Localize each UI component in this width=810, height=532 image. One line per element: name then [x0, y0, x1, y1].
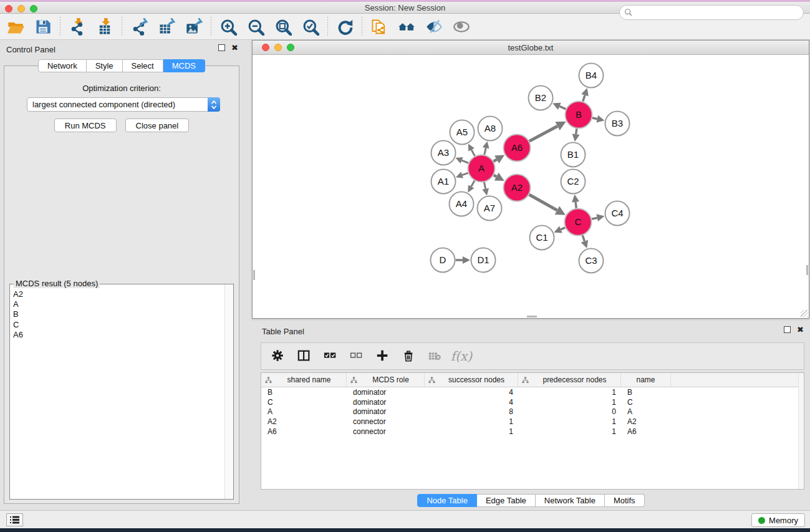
edge-A-A6[interactable]: [493, 155, 504, 163]
node-A3[interactable]: A3: [432, 141, 456, 165]
network-canvas[interactable]: B4B2BB3A8A5A6A3B1AA1C2A2A4A7C4CC1C3DD1: [253, 55, 808, 317]
node-B4[interactable]: B4: [579, 64, 604, 88]
table-cell[interactable]: 1: [518, 417, 621, 426]
edge-B-B1[interactable]: [572, 128, 580, 142]
table-cell[interactable]: 0: [518, 407, 621, 416]
node-C3[interactable]: C3: [579, 249, 604, 273]
add-button[interactable]: [375, 348, 391, 364]
table-row[interactable]: A6connector11A6: [261, 427, 798, 437]
show-eye-button[interactable]: [450, 16, 473, 37]
table-scrollbar[interactable]: [798, 373, 804, 489]
edge-A-A1[interactable]: [456, 172, 468, 178]
node-A8[interactable]: A8: [478, 117, 503, 141]
run-mcds-button[interactable]: Run MCDS: [54, 118, 117, 132]
table-cell[interactable]: connector: [347, 427, 425, 436]
export-network-button[interactable]: [127, 16, 151, 37]
result-list-item[interactable]: A: [11, 299, 224, 309]
trash-button[interactable]: [401, 348, 417, 364]
close-table-panel-icon[interactable]: ✖: [797, 326, 804, 333]
session-document-button[interactable]: [367, 16, 391, 37]
node-C2[interactable]: C2: [561, 170, 586, 194]
table-cell[interactable]: B: [261, 388, 347, 397]
refresh-button[interactable]: [333, 16, 357, 37]
import-network-button[interactable]: [65, 16, 89, 37]
resize-grip-icon[interactable]: [801, 310, 808, 317]
table-cell[interactable]: C: [621, 398, 671, 407]
result-list-item[interactable]: A2: [11, 289, 224, 299]
function-builder-button[interactable]: f(x): [453, 348, 470, 364]
node-C[interactable]: C: [565, 209, 592, 236]
table-cell[interactable]: 1: [425, 417, 518, 426]
table-cell[interactable]: 1: [518, 427, 621, 436]
float-table-panel-icon[interactable]: [784, 326, 791, 333]
network-window-titlebar[interactable]: testGlobe.txt: [253, 41, 809, 55]
table-cell[interactable]: A: [621, 407, 671, 416]
table-cell[interactable]: A2: [621, 417, 671, 426]
gear-button[interactable]: [270, 348, 286, 364]
table-cell[interactable]: A6: [621, 427, 671, 436]
edge-B-B4[interactable]: [581, 88, 588, 102]
result-list-item[interactable]: B: [11, 309, 224, 319]
hide-graphics-eye-button[interactable]: [422, 16, 446, 37]
node-A2[interactable]: A2: [504, 175, 531, 201]
column-header-name[interactable]: name: [621, 373, 671, 387]
node-D1[interactable]: D1: [471, 248, 496, 273]
optimization-criterion-dropdown[interactable]: largest connected component (directed): [27, 97, 220, 112]
float-panel-icon[interactable]: [218, 44, 225, 51]
node-A7[interactable]: A7: [478, 196, 502, 221]
node-A1[interactable]: A1: [432, 170, 456, 194]
table-cell[interactable]: A2: [261, 417, 347, 426]
export-table-button[interactable]: [155, 16, 178, 37]
table-cell[interactable]: 1: [518, 388, 621, 397]
select-all-checkboxes-button[interactable]: [322, 348, 339, 364]
search-box[interactable]: [619, 5, 804, 20]
table-cell[interactable]: 8: [425, 407, 518, 416]
edge-D-D1[interactable]: [456, 256, 471, 264]
edge-A2-C[interactable]: [529, 195, 566, 215]
table-cell[interactable]: connector: [347, 417, 425, 426]
close-panel-icon[interactable]: ✖: [231, 44, 238, 51]
node-B1[interactable]: B1: [561, 143, 586, 167]
home-pair-button[interactable]: [395, 16, 418, 37]
table-cell[interactable]: C: [261, 398, 347, 407]
save-session-button[interactable]: [31, 16, 55, 37]
edge-A-A2[interactable]: [494, 173, 504, 181]
table-row[interactable]: Bdominator41B: [261, 387, 798, 397]
node-D[interactable]: D: [431, 248, 455, 273]
edge-A-A4[interactable]: [468, 181, 475, 193]
table-cell[interactable]: dominator: [347, 407, 425, 416]
edge-C-C1[interactable]: [554, 226, 565, 233]
edge-A-A5[interactable]: [468, 144, 475, 157]
open-session-button[interactable]: [4, 16, 27, 37]
tab-motifs[interactable]: Motifs: [605, 494, 645, 507]
bottom-scroll-indicator[interactable]: [527, 316, 537, 317]
table-cell[interactable]: 4: [425, 398, 518, 407]
edge-A6-B[interactable]: [529, 122, 566, 142]
node-B2[interactable]: B2: [529, 86, 553, 110]
tab-mcds[interactable]: MCDS: [163, 59, 205, 72]
right-scroll-indicator[interactable]: [806, 265, 808, 275]
table-cell[interactable]: A: [261, 407, 347, 416]
zoom-out-button[interactable]: [244, 16, 268, 37]
node-C4[interactable]: C4: [605, 201, 630, 226]
column-header-successor-nodes[interactable]: successor nodes: [425, 373, 518, 387]
tab-node-table[interactable]: Node Table: [417, 494, 477, 507]
column-header-shared-name[interactable]: shared name: [261, 373, 347, 387]
delete-table-button[interactable]: [427, 348, 443, 364]
task-history-button[interactable]: [6, 513, 23, 526]
column-header-predecessor-nodes[interactable]: predecessor nodes: [518, 373, 621, 387]
edge-C-C3[interactable]: [581, 235, 588, 248]
node-C1[interactable]: C1: [530, 226, 554, 250]
node-A[interactable]: A: [468, 155, 495, 182]
result-list-scrollbar[interactable]: [224, 284, 233, 499]
edge-A-A7[interactable]: [482, 182, 489, 195]
table-cell[interactable]: 1: [425, 427, 518, 436]
node-A5[interactable]: A5: [450, 120, 475, 145]
result-list-item[interactable]: C: [11, 320, 224, 330]
node-B[interactable]: B: [566, 102, 592, 128]
zoom-fit-button[interactable]: [271, 16, 295, 37]
tab-edge-table[interactable]: Edge Table: [477, 494, 536, 507]
table-cell[interactable]: A6: [261, 427, 347, 436]
table-cell[interactable]: B: [621, 388, 671, 397]
table-cell[interactable]: dominator: [347, 388, 425, 397]
